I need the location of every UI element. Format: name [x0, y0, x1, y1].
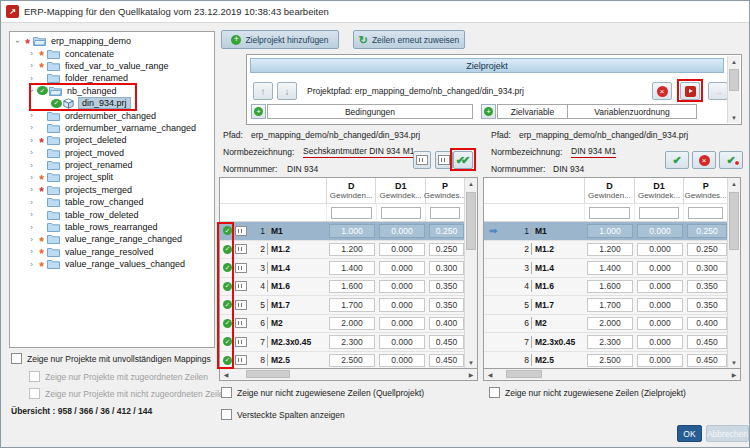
- table-row-M1.6[interactable]: 4M1.61.6000.0000.350: [484, 278, 727, 297]
- column-header-P[interactable]: PGewindes...: [425, 178, 464, 203]
- vertical-scrollbar[interactable]: ▲▼: [727, 178, 740, 368]
- scroll-down-arrow-icon[interactable]: ▼: [728, 357, 740, 368]
- column-header-D[interactable]: DGewinden...: [326, 178, 376, 203]
- filter-input-D1[interactable]: [639, 207, 680, 219]
- scroll-left-arrow-icon[interactable]: ◀: [220, 369, 232, 379]
- chevron-down-icon[interactable]: ›: [13, 37, 22, 46]
- source-table-tool-button-2[interactable]: [435, 151, 453, 169]
- table-row-M1.6[interactable]: ✓4M1.61.6000.0000.350: [220, 278, 464, 297]
- scroll-down-arrow-icon[interactable]: ▼: [465, 357, 477, 368]
- table-row-M1.4[interactable]: 3M1.41.4000.0000.300: [484, 259, 727, 278]
- column-header-D1[interactable]: D1Gewindek...: [375, 178, 425, 203]
- scrollbar-thumb[interactable]: [729, 192, 739, 250]
- tree-item-erp_mapping_demo[interactable]: ›*erp_mapping_demo: [10, 35, 214, 47]
- move-up-button[interactable]: ↑: [253, 82, 273, 100]
- filter-assigned-rows[interactable]: Zeige nur Projekte mit zugeordneten Zeil…: [29, 371, 208, 382]
- accept-mapping-button[interactable]: ✔: [665, 151, 689, 169]
- target-horizontal-scrollbar[interactable]: ◀ ▶: [483, 369, 741, 381]
- add-target-project-button[interactable]: + Zielprojekt hinzufügen: [221, 30, 339, 49]
- table-row-M1[interactable]: ✓1M11.0000.0000.250: [220, 222, 464, 241]
- panel-vertical-scrollbar[interactable]: ▲ ▼: [727, 56, 740, 123]
- tree-item-table_rows_rearranged[interactable]: ›table_rows_rearranged: [10, 221, 214, 233]
- run-mapping-button[interactable]: [680, 82, 700, 100]
- column-header-P[interactable]: PGewindes...: [683, 178, 727, 203]
- chevron-right-icon[interactable]: ›: [27, 74, 36, 83]
- tree-item-din_934.prj[interactable]: ✓din_934.prj: [10, 97, 214, 109]
- tree-item-nb_changed[interactable]: ›✓nb_changed: [10, 85, 214, 97]
- chevron-right-icon[interactable]: ›: [27, 148, 36, 157]
- table-row-M2.3x0.45[interactable]: 7M2.3x0.452.3000.0000.450: [484, 333, 727, 352]
- scrollbar-thumb[interactable]: [729, 69, 739, 91]
- chevron-right-icon[interactable]: ›: [27, 198, 36, 207]
- chevron-right-icon[interactable]: ›: [27, 61, 36, 70]
- scroll-left-arrow-icon[interactable]: ◀: [484, 369, 496, 379]
- tree-item-ordernumber_varname_changed[interactable]: ›ordernumber_varname_changed: [10, 122, 214, 134]
- checkbox-icon[interactable]: [221, 409, 232, 420]
- tree-item-value_range_range_changed[interactable]: ›*value_range_range_changed: [10, 233, 214, 245]
- table-row-M1.4[interactable]: ✓3M1.41.4000.0000.300: [220, 259, 464, 278]
- tree-item-fixed_var_to_value_range[interactable]: ›*fixed_var_to_value_range: [10, 60, 214, 72]
- tree-item-projects_merged[interactable]: ›*projects_merged: [10, 184, 214, 196]
- chevron-right-icon[interactable]: ›: [27, 173, 36, 182]
- filter-incomplete-mappings[interactable]: Zeige nur Projekte mit unvollständigen M…: [11, 353, 211, 364]
- chevron-right-icon[interactable]: ›: [27, 223, 36, 232]
- chevron-right-icon[interactable]: ›: [27, 185, 36, 194]
- checkbox-icon[interactable]: [29, 388, 40, 399]
- scroll-up-arrow-icon[interactable]: ▲: [465, 178, 477, 189]
- source-horizontal-scrollbar[interactable]: ◀ ▶: [219, 369, 478, 381]
- chevron-right-icon[interactable]: ›: [27, 111, 36, 120]
- tree-item-value_range_values_changed[interactable]: ›*value_range_values_changed: [10, 258, 214, 270]
- filter-unassigned-source-rows[interactable]: Zeige nur nicht zugewiesene Zeilen (Quel…: [221, 387, 424, 398]
- table-row-M2.5[interactable]: ✓8M2.52.5000.0000.450: [220, 352, 464, 370]
- column-header-D1[interactable]: D1Gewindek...: [634, 178, 684, 203]
- scroll-right-arrow-icon[interactable]: ▶: [728, 369, 740, 379]
- scrollbar-thumb[interactable]: [246, 370, 290, 378]
- table-row-M2[interactable]: ✓6M22.0000.0000.400: [220, 315, 464, 334]
- checkbox-icon[interactable]: [11, 353, 22, 364]
- ok-button[interactable]: OK: [677, 425, 702, 442]
- chevron-right-icon[interactable]: ›: [27, 210, 36, 219]
- chevron-right-icon[interactable]: ›: [27, 49, 36, 58]
- checkbox-icon[interactable]: [221, 387, 232, 398]
- table-row-M1.7[interactable]: ✓5M1.71.7000.0000.350: [220, 296, 464, 315]
- scrollbar-thumb[interactable]: [466, 192, 476, 250]
- scrollbar-thumb[interactable]: [506, 370, 542, 378]
- column-header-D[interactable]: DGewinden...: [584, 178, 634, 203]
- chevron-right-icon[interactable]: ›: [27, 123, 36, 132]
- tree-item-concatenate[interactable]: ›*concatenate: [10, 47, 214, 59]
- add-condition-button[interactable]: +: [251, 104, 266, 119]
- checkbox-icon[interactable]: [489, 387, 500, 398]
- chevron-right-icon[interactable]: ›: [27, 247, 36, 256]
- scroll-up-arrow-icon[interactable]: ▲: [728, 178, 740, 189]
- table-row-M1.7[interactable]: 5M1.71.7000.0000.350: [484, 296, 727, 315]
- filter-input-D1[interactable]: [381, 207, 422, 219]
- tree-item-value_range_resolved[interactable]: ›*value_range_resolved: [10, 246, 214, 258]
- chevron-right-icon[interactable]: ›: [27, 260, 36, 269]
- tree-item-project_split[interactable]: ›*project_split: [10, 171, 214, 183]
- tree-item-table_row_deleted[interactable]: ›table_row_deleted: [10, 208, 214, 220]
- filter-unassigned-target-rows[interactable]: Zeige nur nicht zugewiesene Zeilen (Ziel…: [489, 387, 686, 398]
- move-down-button[interactable]: ↓: [277, 82, 297, 100]
- chevron-right-icon[interactable]: ›: [27, 235, 36, 244]
- accept-all-rows-button[interactable]: ✔✔: [453, 151, 473, 169]
- show-hidden-columns[interactable]: Versteckte Spalten anzeigen: [221, 409, 345, 420]
- chevron-right-icon[interactable]: ›: [27, 136, 36, 145]
- table-row-M2[interactable]: 6M22.0000.0000.400: [484, 315, 727, 334]
- tree-item-ordernumber_changed[interactable]: ›ordernumber_changed: [10, 109, 214, 121]
- delete-target-button[interactable]: ×: [652, 82, 672, 100]
- table-row-M1.2[interactable]: 2M1.21.2000.0000.250: [484, 241, 727, 260]
- source-table-tool-button-1[interactable]: [413, 151, 431, 169]
- add-variable-mapping-button[interactable]: +: [481, 104, 496, 119]
- reject-mapping-button[interactable]: ×: [692, 151, 716, 169]
- table-row-M1[interactable]: ⇒1M11.0000.0000.250: [484, 222, 727, 241]
- table-row-M2.3x0.45[interactable]: ✓7M2.3x0.452.3000.0000.450: [220, 333, 464, 352]
- filter-input-D[interactable]: [589, 207, 630, 219]
- check-with-warning-button[interactable]: ✔: [719, 151, 743, 169]
- filter-input-P[interactable]: [430, 207, 460, 219]
- table-row-M2.5[interactable]: 8M2.52.5000.0000.450: [484, 352, 727, 370]
- filter-input-P[interactable]: [688, 207, 723, 219]
- filter-unassigned-rows[interactable]: Zeige nur Projekte mit nicht zugeordnete…: [29, 388, 228, 399]
- reassign-rows-button[interactable]: ↻ Zeilen erneut zuweisen: [353, 30, 465, 49]
- vertical-scrollbar[interactable]: ▲▼: [464, 178, 477, 368]
- cancel-button[interactable]: Abbrechen: [706, 425, 749, 442]
